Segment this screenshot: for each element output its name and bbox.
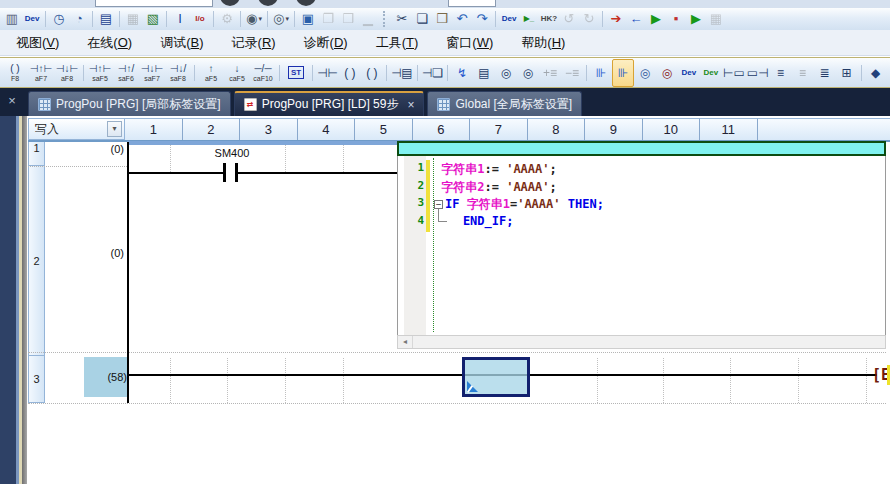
inline-st-code-area[interactable]: 1 字符串1:= 'AAAA';2 字符串2:= 'AAAA';3−IF 字符串… bbox=[397, 156, 886, 335]
undo-icon[interactable]: ↶ bbox=[452, 10, 472, 28]
align-top-button[interactable]: ≡ bbox=[770, 59, 792, 87]
contact-symbol[interactable] bbox=[223, 163, 226, 182]
fold-minus-icon[interactable]: − bbox=[434, 200, 443, 209]
rung-number-3[interactable]: 3 bbox=[28, 356, 45, 403]
sync-right-icon[interactable]: ↻ bbox=[579, 10, 599, 28]
register-b-button[interactable]: ◆ bbox=[887, 59, 890, 87]
menu-w[interactable]: 窗口(W) bbox=[432, 31, 507, 55]
menu-v[interactable]: 视图(V) bbox=[2, 31, 73, 55]
monitor-stop-icon[interactable]: ▪ bbox=[666, 10, 686, 28]
pulse-open-rise-button[interactable]: ⊣↑⊢saF5 bbox=[87, 59, 113, 87]
doc-partial-icon[interactable]: ▥ bbox=[2, 10, 22, 28]
rise-convert-button[interactable]: ↑aF5 bbox=[198, 59, 224, 87]
device-jump-button[interactable]: Dev bbox=[700, 59, 722, 87]
write-to-plc-icon[interactable]: ➔ bbox=[606, 10, 626, 28]
doc-gen-button[interactable]: ▤ bbox=[473, 59, 495, 87]
pull-right-button[interactable]: ▭⊣ bbox=[746, 59, 770, 87]
cross-reference-icon[interactable]: ◷ bbox=[49, 10, 69, 28]
edit-branch-button[interactable]: ( ) bbox=[361, 59, 383, 87]
monitor-start-icon[interactable]: ▶ bbox=[646, 10, 666, 28]
tab-progpou-local-label[interactable]: ProgPou [PRG] [局部标签设置] bbox=[28, 91, 231, 116]
rising-pulse-button[interactable]: ⊣↑⊢aF7 bbox=[28, 59, 54, 87]
pull-left-button[interactable]: ⊢▭ bbox=[722, 59, 746, 87]
scroll-left-icon[interactable]: ◂ bbox=[398, 336, 413, 348]
copy-icon[interactable]: ❏ bbox=[412, 10, 432, 28]
menu-b[interactable]: 调试(B) bbox=[146, 31, 217, 55]
row-insert-button[interactable]: +≡ bbox=[539, 59, 561, 87]
tree-view-button[interactable]: ⊪ bbox=[590, 59, 612, 87]
tree-view-active-button[interactable]: ⊪ bbox=[612, 59, 634, 87]
edit-mode-cell[interactable]: 写入 ▾ bbox=[28, 118, 125, 140]
splitter-bar[interactable] bbox=[22, 116, 27, 484]
inline-st-box-header[interactable] bbox=[397, 141, 886, 156]
tab-global-label[interactable]: Global [全局标签设置] bbox=[427, 91, 582, 116]
device-search-button[interactable]: Dev bbox=[678, 59, 700, 87]
rung-1-wire[interactable] bbox=[238, 172, 397, 174]
search-a-button[interactable]: ◎ bbox=[495, 59, 517, 87]
plc-cutoff-icon[interactable]: ▦ bbox=[706, 10, 726, 28]
find-magnifier-button[interactable]: ◎ bbox=[634, 59, 656, 87]
pulse-close-rise-button[interactable]: ⊣↑/saF6 bbox=[113, 59, 139, 87]
st-code-line-1[interactable]: 字符串1:= 'AAAA'; bbox=[434, 161, 883, 177]
register-a-button[interactable]: ◆ bbox=[865, 59, 887, 87]
st-code-line-3[interactable]: −IF 字符串1='AAAA' THEN; bbox=[434, 196, 883, 212]
close-icon[interactable]: × bbox=[4, 93, 20, 109]
note-merge-button[interactable]: ⊞ bbox=[836, 59, 858, 87]
fall-convert-button[interactable]: ↓caF5 bbox=[224, 59, 250, 87]
invert-result-button[interactable]: ─/─caF10 bbox=[250, 59, 276, 87]
st-code-line-4[interactable]: END_IF; bbox=[434, 214, 883, 230]
falling-pulse-button[interactable]: ⊣↓⊢aF8 bbox=[54, 59, 80, 87]
pulse-close-fall-button[interactable]: ⊣↓/saF8 bbox=[165, 59, 191, 87]
text-edit-icon[interactable]: I bbox=[170, 10, 190, 28]
erase-button[interactable]: ◎ bbox=[656, 59, 678, 87]
statement-edit-button[interactable]: ⊣❏ bbox=[421, 59, 444, 87]
monitor-mode-icon[interactable]: ▶ bbox=[686, 10, 706, 28]
inline-st-box-button[interactable]: ST bbox=[283, 59, 309, 87]
row-delete-button[interactable]: −≡ bbox=[561, 59, 583, 87]
menu-d[interactable]: 诊断(D) bbox=[290, 31, 362, 55]
minimize-icon[interactable]: ▁ bbox=[358, 10, 378, 28]
rung-number-2[interactable]: 2 bbox=[28, 166, 45, 356]
close-icon[interactable]: × bbox=[407, 98, 414, 112]
menu-t[interactable]: 工具(T) bbox=[362, 31, 433, 55]
st-code-line-2[interactable]: 字符串2:= 'AAAA'; bbox=[434, 179, 883, 195]
device-find-icon[interactable]: Dev bbox=[499, 10, 519, 28]
device-comment-button[interactable]: ⊣▤ bbox=[390, 59, 414, 87]
redo-icon[interactable]: ↷ bbox=[472, 10, 492, 28]
paste-icon[interactable]: ❒ bbox=[432, 10, 452, 28]
cut-icon[interactable]: ✂ bbox=[392, 10, 412, 28]
tool-icon[interactable]: ⚙ bbox=[217, 10, 237, 28]
tab-progpou-ld[interactable]: ⇄ProgPou [PRG] [LD] 59步× bbox=[234, 91, 425, 116]
window-tile-icon[interactable]: ❒ bbox=[338, 10, 358, 28]
statement-list-button[interactable]: ≣ bbox=[814, 59, 836, 87]
contact-symbol[interactable] bbox=[235, 163, 238, 182]
align-bottom-button[interactable]: ≡ bbox=[792, 59, 814, 87]
menu-r[interactable]: 记录(R) bbox=[218, 31, 290, 55]
chevron-down-icon[interactable]: ▾ bbox=[107, 121, 122, 137]
easy-edit-button[interactable]: ↯ bbox=[451, 59, 473, 87]
search-b-button[interactable]: ◎ bbox=[517, 59, 539, 87]
batch-monitor-icon[interactable]: ◔ bbox=[69, 10, 89, 28]
st-horizontal-scrollbar[interactable]: ◂ bbox=[397, 335, 886, 349]
hkey-find-icon[interactable]: HK? bbox=[539, 10, 559, 28]
window-cascade-icon[interactable]: ❐ bbox=[318, 10, 338, 28]
coil-button[interactable]: ( )F8 bbox=[2, 59, 28, 87]
menu-o[interactable]: 在线(O) bbox=[73, 31, 146, 55]
outline-list-icon[interactable]: ▤ bbox=[96, 10, 116, 28]
zoom-tool-icon[interactable]: ◎▾ bbox=[271, 10, 291, 28]
label-editor-icon[interactable]: ▧ bbox=[143, 10, 163, 28]
io-assignment-icon[interactable]: I/o bbox=[190, 10, 210, 28]
clipped-combo-box[interactable] bbox=[95, 0, 213, 7]
rung-1-wire[interactable] bbox=[129, 172, 225, 174]
device-monitor-icon[interactable]: Dev bbox=[22, 10, 42, 28]
rung-number-1[interactable]: 1 bbox=[28, 142, 45, 166]
menu-h[interactable]: 帮助(H) bbox=[507, 31, 579, 55]
read-from-plc-icon[interactable]: ← bbox=[626, 10, 646, 28]
print-icon[interactable]: ▦ bbox=[123, 10, 143, 28]
window-search-icon[interactable]: ▣ bbox=[298, 10, 318, 28]
edit-contact-button[interactable]: ⊣⊢ bbox=[316, 59, 339, 87]
sync-left-icon[interactable]: ↺ bbox=[559, 10, 579, 28]
clipped-combo-box-2[interactable] bbox=[448, 0, 496, 7]
step-number-rung-3-selected[interactable]: (58) bbox=[84, 357, 127, 397]
edit-coil-button[interactable]: ( ) bbox=[339, 59, 361, 87]
